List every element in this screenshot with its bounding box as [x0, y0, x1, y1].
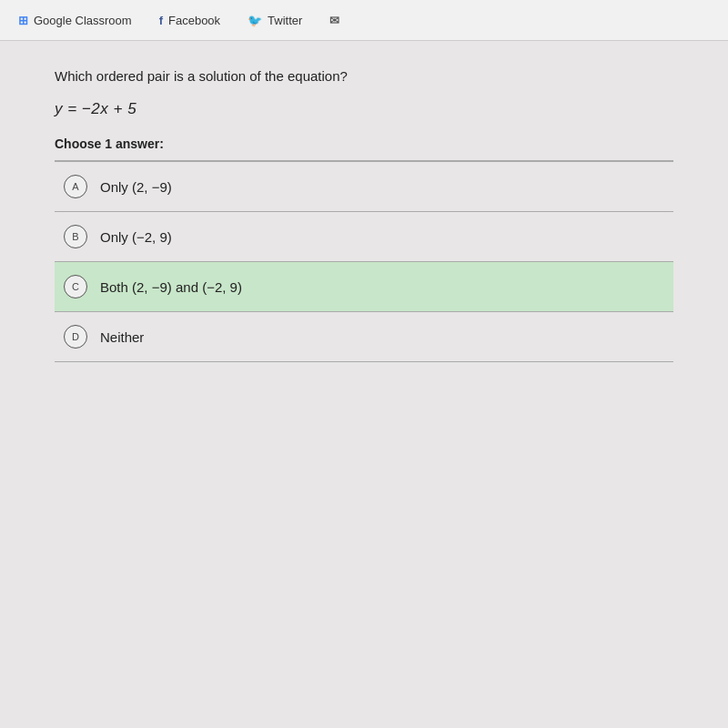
option-a[interactable]: A Only (2, −9)	[55, 161, 673, 212]
page-content: Which ordered pair is a solution of the …	[0, 41, 728, 728]
option-c-text: Both (2, −9) and (−2, 9)	[100, 279, 242, 295]
option-b-id: B	[72, 231, 78, 242]
option-d[interactable]: D Neither	[55, 312, 673, 362]
option-d-text: Neither	[100, 329, 144, 345]
facebook-label: Facebook	[168, 14, 220, 27]
option-c[interactable]: C Both (2, −9) and (−2, 9)	[55, 262, 673, 312]
option-c-id: C	[72, 281, 79, 292]
option-a-circle: A	[64, 175, 87, 198]
email-icon: ✉	[329, 14, 339, 27]
facebook-icon: f	[159, 14, 163, 27]
google-classroom-label: Google Classroom	[34, 14, 132, 27]
option-d-id: D	[72, 331, 79, 342]
facebook-link[interactable]: f Facebook	[159, 14, 220, 27]
twitter-label: Twitter	[268, 14, 302, 27]
browser-toolbar: ⊞ Google Classroom f Facebook 🐦 Twitter …	[0, 0, 728, 41]
google-classroom-link[interactable]: ⊞ Google Classroom	[18, 14, 132, 27]
option-b-text: Only (−2, 9)	[100, 229, 172, 245]
google-icon: ⊞	[18, 14, 28, 27]
option-c-circle: C	[64, 275, 87, 298]
option-b[interactable]: B Only (−2, 9)	[55, 212, 673, 262]
question-text: Which ordered pair is a solution of the …	[55, 68, 673, 84]
email-link[interactable]: ✉	[329, 14, 345, 27]
option-a-text: Only (2, −9)	[100, 179, 172, 195]
option-b-circle: B	[64, 225, 87, 248]
twitter-icon: 🐦	[248, 14, 262, 27]
equation: y = −2x + 5	[55, 100, 673, 118]
twitter-link[interactable]: 🐦 Twitter	[248, 14, 302, 27]
choose-label: Choose 1 answer:	[55, 136, 673, 151]
option-a-id: A	[72, 181, 78, 192]
option-d-circle: D	[64, 325, 87, 349]
